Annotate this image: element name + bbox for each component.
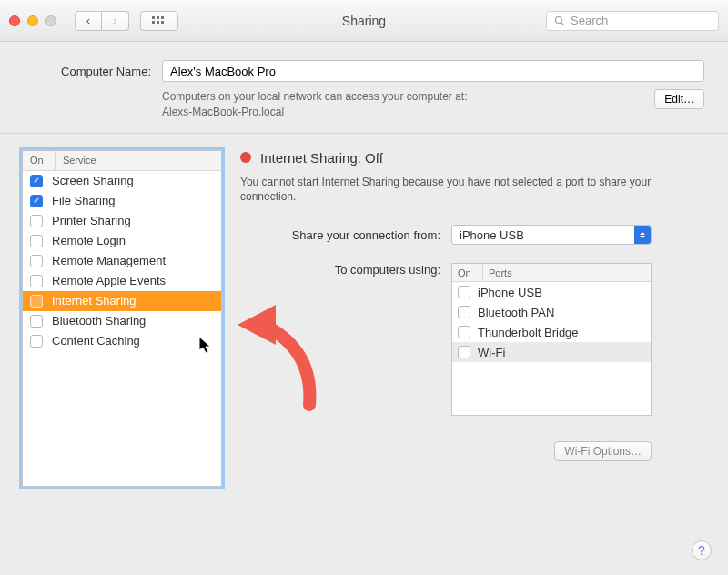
port-label: iPhone USB	[478, 286, 542, 299]
ports-header: On Ports	[452, 264, 651, 282]
services-list[interactable]: On Service Screen SharingFile SharingPri…	[22, 150, 222, 487]
sharing-detail: Internet Sharing: Off You cannot start I…	[240, 150, 706, 552]
service-checkbox[interactable]	[30, 315, 43, 328]
edit-button[interactable]: Edit…	[654, 89, 704, 109]
search-placeholder: Search	[571, 14, 608, 27]
computer-name-hint: Computers on your local network can acce…	[162, 89, 467, 120]
search-icon	[554, 15, 565, 26]
status-description: You cannot start Internet Sharing becaus…	[240, 175, 659, 206]
service-label: Internet Sharing	[52, 294, 136, 308]
window-traffic-lights	[9, 15, 56, 26]
computer-name-section: Computer Name: Computers on your local n…	[0, 42, 728, 134]
grid-icon	[152, 16, 167, 25]
show-all-button[interactable]	[140, 11, 178, 31]
service-checkbox[interactable]	[30, 175, 43, 187]
share-from-label: Share your connection from:	[240, 228, 440, 242]
back-button[interactable]: ‹	[75, 11, 102, 31]
port-label: Thunderbolt Bridge	[478, 326, 579, 339]
service-checkbox[interactable]	[30, 335, 43, 348]
port-row[interactable]: Thunderbolt Bridge	[452, 322, 651, 342]
service-row[interactable]: Content Caching	[23, 331, 221, 351]
status-title: Internet Sharing: Off	[260, 150, 383, 166]
service-checkbox[interactable]	[30, 295, 43, 308]
service-checkbox[interactable]	[30, 215, 43, 227]
service-row[interactable]: Bluetooth Sharing	[23, 311, 221, 331]
service-label: File Sharing	[52, 194, 115, 207]
service-label: Printer Sharing	[52, 214, 131, 227]
port-checkbox[interactable]	[458, 306, 470, 318]
service-row[interactable]: Remote Login	[23, 231, 221, 251]
svg-rect-4	[157, 21, 159, 24]
share-from-select[interactable]: iPhone USB	[451, 225, 652, 245]
computer-name-label: Computer Name:	[24, 65, 151, 78]
port-checkbox[interactable]	[458, 326, 470, 338]
port-row[interactable]: iPhone USB	[452, 282, 651, 302]
port-row[interactable]: Wi-Fi	[452, 342, 651, 362]
port-row[interactable]: Bluetooth PAN	[452, 302, 651, 322]
nav-buttons: ‹ ›	[75, 11, 129, 31]
service-checkbox[interactable]	[30, 235, 43, 247]
titlebar: ‹ › Sharing Search	[0, 0, 728, 42]
hint-line-1: Computers on your local network can acce…	[162, 89, 467, 105]
service-row[interactable]: Screen Sharing	[23, 171, 221, 191]
service-row[interactable]: Internet Sharing	[23, 291, 221, 311]
service-row[interactable]: Remote Apple Events	[23, 271, 221, 291]
services-header-service: Service	[56, 151, 221, 170]
service-checkbox[interactable]	[30, 195, 43, 207]
service-label: Content Caching	[52, 334, 140, 348]
svg-rect-3	[152, 21, 155, 24]
to-computers-label: To computers using:	[240, 263, 440, 277]
svg-line-7	[561, 22, 564, 25]
hint-line-2: Alexs-MacBook-Pro.local	[162, 105, 467, 120]
ports-list[interactable]: On Ports iPhone USBBluetooth PANThunderb…	[451, 263, 652, 416]
wifi-options-button[interactable]: Wi-Fi Options…	[554, 441, 652, 461]
service-label: Screen Sharing	[52, 174, 134, 187]
share-from-value: iPhone USB	[460, 228, 524, 242]
forward-button: ›	[102, 11, 129, 31]
service-checkbox[interactable]	[30, 255, 43, 267]
service-label: Bluetooth Sharing	[52, 314, 146, 328]
svg-rect-2	[161, 16, 164, 19]
service-checkbox[interactable]	[30, 275, 43, 288]
port-checkbox[interactable]	[458, 346, 470, 358]
svg-rect-0	[152, 16, 155, 19]
service-label: Remote Apple Events	[52, 274, 166, 288]
dropdown-icon	[634, 226, 651, 244]
port-checkbox[interactable]	[458, 286, 470, 298]
maximize-icon	[46, 15, 56, 26]
window-title: Sharing	[342, 14, 386, 28]
svg-rect-1	[157, 16, 159, 19]
svg-rect-5	[161, 21, 164, 24]
sharing-lower: On Service Screen SharingFile SharingPri…	[0, 134, 728, 570]
search-input[interactable]: Search	[546, 11, 719, 31]
minimize-icon[interactable]	[27, 15, 38, 26]
services-header-on: On	[23, 151, 56, 170]
port-label: Wi-Fi	[478, 346, 505, 359]
close-icon[interactable]	[9, 15, 20, 26]
port-label: Bluetooth PAN	[478, 306, 554, 319]
help-button[interactable]: ?	[692, 540, 712, 560]
service-row[interactable]: Printer Sharing	[23, 211, 221, 231]
status-dot-icon	[240, 152, 251, 163]
service-row[interactable]: File Sharing	[23, 191, 221, 211]
service-row[interactable]: Remote Management	[23, 251, 221, 271]
service-label: Remote Management	[52, 254, 166, 267]
services-header: On Service	[23, 151, 221, 171]
ports-header-ports: Ports	[483, 264, 651, 281]
svg-point-6	[556, 16, 562, 23]
computer-name-input[interactable]	[162, 60, 704, 82]
service-label: Remote Login	[52, 234, 126, 247]
ports-header-on: On	[452, 264, 483, 281]
